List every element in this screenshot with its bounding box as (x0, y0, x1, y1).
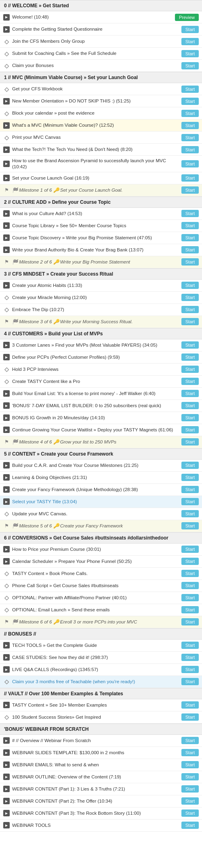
question-icon: ◇ (3, 678, 10, 685)
video-icon: ▶ (3, 98, 10, 105)
table-row: ▶Complete the Getting Started Questionna… (0, 23, 202, 36)
start-button[interactable]: Start (181, 134, 199, 141)
row-text: What is your Culture Add? (14:53) (12, 211, 179, 217)
row-text: Build your C.A.R. and Create Your Course… (12, 462, 179, 469)
start-button[interactable]: Start (181, 86, 199, 93)
start-button[interactable]: Start (181, 737, 199, 744)
start-button[interactable]: Start (181, 618, 199, 625)
start-button[interactable]: Start (181, 258, 199, 266)
flag-icon: ⚑ (3, 439, 10, 445)
start-button[interactable]: Start (181, 38, 199, 45)
row-text: Embrace The Dip (10:27) (12, 307, 179, 313)
start-button[interactable]: Start (181, 341, 199, 349)
start-button[interactable]: Start (181, 146, 199, 153)
start-button[interactable]: Start (181, 186, 199, 194)
start-button[interactable]: Start (181, 594, 199, 601)
start-button[interactable]: Start (181, 246, 199, 253)
start-button[interactable]: Start (181, 234, 199, 241)
start-button[interactable]: Start (181, 510, 199, 517)
row-text: BONUS IG Growth in 20 Minutes/day (14:10… (12, 415, 179, 421)
table-row: ◇TASTY Content » Book Phone Calls.Start (0, 568, 202, 580)
video-icon: ▶ (3, 146, 10, 153)
start-button[interactable]: Start (181, 438, 199, 446)
start-button[interactable]: Start (181, 773, 199, 780)
start-button[interactable]: Start (181, 414, 199, 421)
start-button[interactable]: Start (181, 306, 199, 313)
start-button[interactable]: Start (181, 353, 199, 361)
row-text: WEBINAR TOOLS (12, 822, 179, 828)
start-button[interactable]: Start (181, 666, 199, 673)
start-button[interactable]: Start (181, 822, 199, 829)
start-button[interactable]: Start (181, 50, 199, 57)
row-text: How to Price your Premium Course (30:01) (12, 546, 179, 552)
start-button[interactable]: Start (181, 402, 199, 409)
table-row: ▶Build Your Email List: 'It's a license … (0, 388, 202, 400)
table-row: ▶Learning & Doing Objectives (21:31)Star… (0, 472, 202, 484)
row-text: Create your Miracle Morning (12:00) (12, 295, 179, 301)
start-button[interactable]: Start (181, 26, 199, 33)
video-icon: ▶ (3, 666, 10, 673)
video-icon: ▶ (3, 414, 10, 421)
start-button[interactable]: Start (181, 222, 199, 229)
video-icon: ▶ (3, 402, 10, 409)
flag-icon: ⚑ (3, 318, 10, 325)
start-button[interactable]: Start (181, 474, 199, 481)
row-text: Calendar Scheduler » Prepare Your Phone … (12, 558, 179, 565)
start-button[interactable]: Start (181, 110, 199, 117)
start-button[interactable]: Start (181, 558, 199, 565)
start-button[interactable]: Start (181, 498, 199, 505)
row-text: Get your CFS Workbook (12, 86, 179, 92)
table-row: ▶Write your Brand Authority Bio & Create… (0, 244, 202, 256)
start-button[interactable]: Start (181, 366, 199, 373)
table-row: ▶Build your C.A.R. and Create Your Cours… (0, 460, 202, 472)
start-button[interactable]: Start (181, 62, 199, 69)
table-row: ◇Join the CFS Members Only GroupStart (0, 36, 202, 48)
start-button[interactable]: Start (181, 318, 199, 325)
start-button[interactable]: Start (181, 98, 199, 105)
start-button[interactable]: Start (181, 701, 199, 709)
start-button[interactable]: Start (181, 582, 199, 589)
start-button[interactable]: Start (181, 282, 199, 289)
start-button[interactable]: Start (181, 761, 199, 768)
start-button[interactable]: Start (181, 426, 199, 433)
preview-button[interactable]: Preview (175, 14, 199, 21)
table-row: ▶WEBINAR CONTENT (Part 3): The Rock Bott… (0, 807, 202, 820)
start-button[interactable]: Start (181, 174, 199, 182)
video-icon: ▶ (3, 390, 10, 397)
row-text: 'BONUS' 7-DAY EMAIL LIST BUILDER: 0 to 2… (12, 403, 179, 409)
start-button[interactable]: Start (181, 210, 199, 217)
start-button[interactable]: Start (181, 160, 199, 167)
table-row: ◇Create TASTY Content like a ProStart (0, 376, 202, 388)
question-icon: ◇ (3, 594, 10, 601)
start-button[interactable]: Start (181, 546, 199, 553)
table-row: ◇100 Student Success Stories» Get Inspir… (0, 711, 202, 724)
start-button[interactable]: Start (181, 378, 199, 385)
start-button[interactable]: Start (181, 713, 199, 721)
section-header-scratch: 'BONUS' WEBINAR FROM SCRATCH (0, 724, 202, 735)
video-icon: ▶ (3, 474, 10, 481)
start-button[interactable]: Start (181, 390, 199, 397)
start-button[interactable]: Start (181, 785, 199, 793)
question-icon: ◇ (3, 134, 10, 141)
start-button[interactable]: Start (181, 749, 199, 756)
start-button[interactable]: Start (181, 570, 199, 577)
start-button[interactable]: Start (181, 654, 199, 661)
row-text: Select your TASTY Title (13:04) (12, 499, 179, 505)
start-button[interactable]: Start (181, 678, 199, 685)
start-button[interactable]: Start (181, 797, 199, 805)
row-text: 🏁 Milestone 5 of 6 🔑 Create your Fancy F… (12, 523, 179, 529)
video-icon: ▶ (3, 282, 10, 289)
start-button[interactable]: Start (181, 522, 199, 529)
section-header-welcome: 0 // WELCOME » Get Started (0, 0, 202, 11)
start-button[interactable]: Start (181, 486, 199, 493)
start-button[interactable]: Start (181, 462, 199, 469)
row-text: Join the CFS Members Only Group (12, 38, 179, 44)
start-button[interactable]: Start (181, 606, 199, 613)
start-button[interactable]: Start (181, 809, 199, 817)
start-button[interactable]: Start (181, 122, 199, 129)
start-button[interactable]: Start (181, 294, 199, 301)
table-row: ◇Create your Miracle Morning (12:00)Star… (0, 292, 202, 304)
start-button[interactable]: Start (181, 642, 199, 649)
video-icon: ▶ (3, 498, 10, 505)
row-text: WEBINAR CONTENT (Part 2): The Offer (10:… (12, 798, 179, 804)
